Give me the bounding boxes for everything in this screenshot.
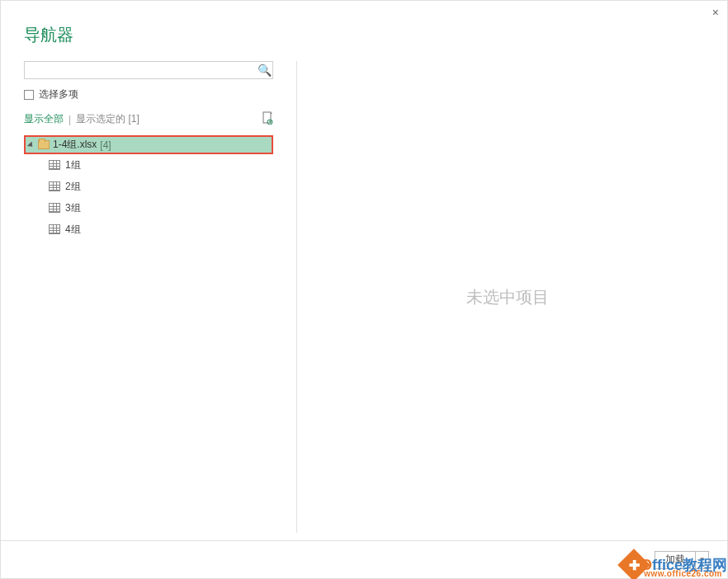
- tree-view: 1-4组.xlsx [4] 1组 2组 3组 4组: [24, 135, 273, 240]
- tree-item[interactable]: 3组: [24, 197, 273, 219]
- multi-select-row[interactable]: 选择多项: [24, 87, 281, 101]
- worksheet-icon: [49, 181, 60, 191]
- close-button[interactable]: ×: [712, 6, 719, 19]
- show-selected-link[interactable]: 显示选定的 [1]: [76, 112, 139, 126]
- folder-icon: [38, 140, 50, 149]
- load-dropdown-button[interactable]: ▼: [696, 551, 709, 569]
- root-count: [4]: [100, 139, 111, 151]
- preview-empty-text: 未选中项目: [466, 286, 549, 308]
- dialog-body: 🔍 选择多项 显示全部 | 显示选定的 [1] 1-4组.xlsx: [1, 46, 727, 533]
- refresh-icon[interactable]: [262, 111, 273, 127]
- show-all-link[interactable]: 显示全部: [24, 112, 64, 126]
- separator: |: [69, 114, 71, 125]
- search-icon[interactable]: 🔍: [256, 64, 272, 77]
- worksheet-icon: [49, 160, 60, 170]
- multi-select-label: 选择多项: [39, 87, 78, 101]
- tree-root-item[interactable]: 1-4组.xlsx [4]: [24, 135, 273, 154]
- tree-item-label: 1组: [65, 158, 81, 172]
- expand-arrow-icon[interactable]: [27, 141, 35, 148]
- dialog-title: 导航器: [1, 1, 727, 46]
- worksheet-icon: [49, 203, 60, 213]
- navigator-dialog: × 导航器 🔍 选择多项 显示全部 | 显示选定的 [1]: [0, 0, 728, 579]
- navigator-pane: 🔍 选择多项 显示全部 | 显示选定的 [1] 1-4组.xlsx: [24, 61, 281, 533]
- search-bar: 🔍: [24, 61, 273, 79]
- search-input[interactable]: [25, 63, 256, 78]
- load-button[interactable]: 加载: [655, 551, 696, 569]
- filter-toolbar: 显示全部 | 显示选定的 [1]: [24, 111, 273, 127]
- tree-item-label: 4组: [65, 223, 81, 237]
- root-label: 1-4组.xlsx: [53, 138, 97, 152]
- tree-item-label: 3组: [65, 201, 81, 215]
- preview-pane: 未选中项目: [296, 61, 717, 533]
- tree-item[interactable]: 4组: [24, 219, 273, 240]
- checkbox-icon[interactable]: [24, 90, 34, 100]
- tree-item[interactable]: 1组: [24, 154, 273, 176]
- worksheet-icon: [49, 224, 60, 234]
- dialog-footer: 加载 ▼: [1, 540, 727, 578]
- tree-item-label: 2组: [65, 180, 81, 194]
- tree-item[interactable]: 2组: [24, 176, 273, 197]
